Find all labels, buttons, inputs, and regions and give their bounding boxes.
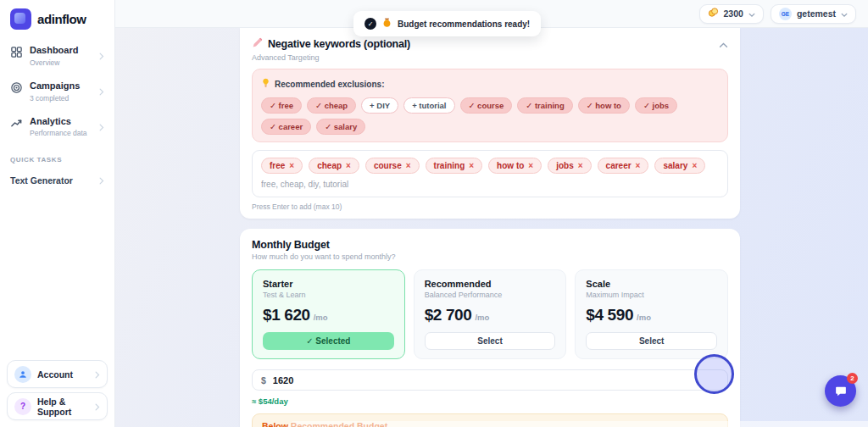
suggestion-chip-diy[interactable]: + DIY xyxy=(361,97,398,114)
lightbulb-icon xyxy=(261,76,270,92)
tag-label: free xyxy=(270,161,285,170)
chevron-right-icon xyxy=(95,367,100,382)
tag-label: cheap xyxy=(317,161,342,170)
keywords-input[interactable] xyxy=(261,180,719,189)
sidebar-item-help-support[interactable]: ?Help & Support xyxy=(7,392,108,420)
collapse-chevron-icon[interactable] xyxy=(719,36,728,52)
credits-count: 2300 xyxy=(724,8,743,19)
tag-label: career xyxy=(606,161,632,170)
suggestion-chip-training[interactable]: ✓ training xyxy=(517,97,572,114)
plan-select-button[interactable]: Select xyxy=(425,332,556,350)
sidebar-item-text-generator[interactable]: Text Generator xyxy=(7,167,108,194)
sidebar-nav: DashboardOverviewCampaigns3 completedAna… xyxy=(7,38,108,144)
recommended-exclusions-label: Recommended exclusions: xyxy=(275,80,384,89)
plan-select-button[interactable]: Select xyxy=(586,332,717,350)
sidebar: adinflow DashboardOverviewCampaigns3 com… xyxy=(0,0,115,427)
app-logo[interactable]: adinflow xyxy=(7,7,108,38)
moneybag-icon xyxy=(382,16,392,31)
target-icon xyxy=(10,80,23,97)
chat-widget-button[interactable]: 2 xyxy=(825,375,856,407)
content-column: Negative keywords (optional) Advanced Ta… xyxy=(240,28,740,427)
chat-bubble-icon xyxy=(834,385,848,398)
coin-icon xyxy=(708,6,719,21)
suggestion-chip-course[interactable]: ✓ course xyxy=(460,97,513,114)
keyword-tag-salary: salary× xyxy=(654,158,705,174)
plan-name: Recommended xyxy=(425,279,556,289)
plan-period: /mo xyxy=(314,313,328,322)
suggestion-chip-career[interactable]: ✓ career xyxy=(261,119,311,135)
quick-tasks-label: QUICK TASKS xyxy=(7,144,108,167)
nav-item-label: Dashboard xyxy=(30,45,92,57)
chevron-right-icon xyxy=(99,119,104,135)
suggestion-chip-free[interactable]: ✓ free xyxy=(261,97,302,114)
trend-icon xyxy=(10,116,23,133)
tag-label: salary xyxy=(663,161,687,170)
footer-item-label: Account xyxy=(37,369,89,380)
question-icon: ? xyxy=(14,398,31,415)
plan-price: $1 620 xyxy=(263,306,310,324)
sidebar-footer: Account?Help & Support xyxy=(7,360,108,420)
suggestion-chip-jobs[interactable]: ✓ jobs xyxy=(635,97,677,114)
pencil-icon xyxy=(252,36,263,52)
budget-plans: StarterTest & Learn$1 620/mo✓ SelectedRe… xyxy=(252,269,728,359)
sidebar-item-campaigns[interactable]: Campaigns3 completed xyxy=(7,74,108,109)
section-title: Negative keywords (optional) xyxy=(268,38,410,50)
check-circle-icon: ✓ xyxy=(364,18,376,30)
remove-tag-icon[interactable]: × xyxy=(636,162,641,170)
daily-equivalent: ≈ $54/day xyxy=(252,396,728,406)
plan-period: /mo xyxy=(637,313,651,322)
user-menu-pill[interactable]: GE getemest xyxy=(771,4,856,24)
nav-item-sub: Overview xyxy=(30,58,92,67)
tag-label: jobs xyxy=(556,161,574,170)
tag-label: training xyxy=(434,161,465,170)
remove-tag-icon[interactable]: × xyxy=(692,162,697,170)
plan-card-recommended[interactable]: RecommendedBalanced Performance$2 700/mo… xyxy=(414,269,567,359)
chevron-down-icon xyxy=(841,6,848,21)
keyword-tag-how-to: how to× xyxy=(488,158,542,174)
plan-card-scale[interactable]: ScaleMaximum Impact$4 590/moSelect xyxy=(575,269,728,359)
plan-name: Scale xyxy=(586,279,717,289)
app-window: adinflow DashboardOverviewCampaigns3 com… xyxy=(0,0,868,427)
suggestion-chip-how-to[interactable]: ✓ how to xyxy=(578,97,630,114)
sidebar-item-account[interactable]: Account xyxy=(7,360,108,388)
budget-title: Monthly Budget xyxy=(252,239,728,251)
nav-item-label: Analytics xyxy=(30,116,92,128)
plan-select-button[interactable]: ✓ Selected xyxy=(263,332,394,350)
currency-symbol: $ xyxy=(261,375,266,385)
suggestion-chip-cheap[interactable]: ✓ cheap xyxy=(307,97,356,114)
keyword-tags: free×cheap×course×training×how to×jobs×c… xyxy=(261,158,719,174)
credits-pill[interactable]: 2300 xyxy=(699,4,764,24)
chevron-right-icon xyxy=(95,399,100,414)
chat-unread-badge[interactable]: 2 xyxy=(847,373,858,384)
plan-price: $2 700 xyxy=(425,306,472,324)
remove-tag-icon[interactable]: × xyxy=(289,162,294,170)
sidebar-item-analytics[interactable]: AnalyticsPerformance data xyxy=(7,109,108,145)
budget-amount-input[interactable] xyxy=(273,375,719,385)
remove-tag-icon[interactable]: × xyxy=(406,162,411,170)
footer-item-label: Help & Support xyxy=(37,396,89,417)
avatar: GE xyxy=(779,8,792,20)
user-icon xyxy=(14,366,31,383)
keyword-tag-free: free× xyxy=(261,158,303,174)
plan-price: $4 590 xyxy=(586,306,633,324)
keyword-tag-jobs: jobs× xyxy=(548,158,591,174)
remove-tag-icon[interactable]: × xyxy=(469,162,474,170)
budget-amount-field[interactable]: $ xyxy=(252,369,728,391)
plan-card-starter[interactable]: StarterTest & Learn$1 620/mo✓ Selected xyxy=(252,269,405,359)
remove-tag-icon[interactable]: × xyxy=(528,162,533,170)
negative-keywords-card: Negative keywords (optional) Advanced Ta… xyxy=(240,28,740,219)
sidebar-item-dashboard[interactable]: DashboardOverview xyxy=(7,38,108,74)
chevron-down-icon xyxy=(748,6,755,21)
toast-message: Budget recommendations ready! xyxy=(398,19,530,29)
remove-tag-icon[interactable]: × xyxy=(346,162,351,170)
suggestion-chip-tutorial[interactable]: + tutorial xyxy=(403,97,454,114)
plan-period: /mo xyxy=(475,313,489,322)
monthly-budget-card: Monthly Budget How much do you want to s… xyxy=(240,229,740,427)
plan-tagline: Maximum Impact xyxy=(586,291,717,299)
chevron-right-icon xyxy=(99,84,104,99)
keywords-input-box[interactable]: free×cheap×course×training×how to×jobs×c… xyxy=(252,150,728,197)
keyword-tag-cheap: cheap× xyxy=(309,158,359,174)
suggestion-chip-salary[interactable]: ✓ salary xyxy=(316,119,365,135)
chevron-right-icon xyxy=(99,48,104,64)
remove-tag-icon[interactable]: × xyxy=(578,162,583,170)
